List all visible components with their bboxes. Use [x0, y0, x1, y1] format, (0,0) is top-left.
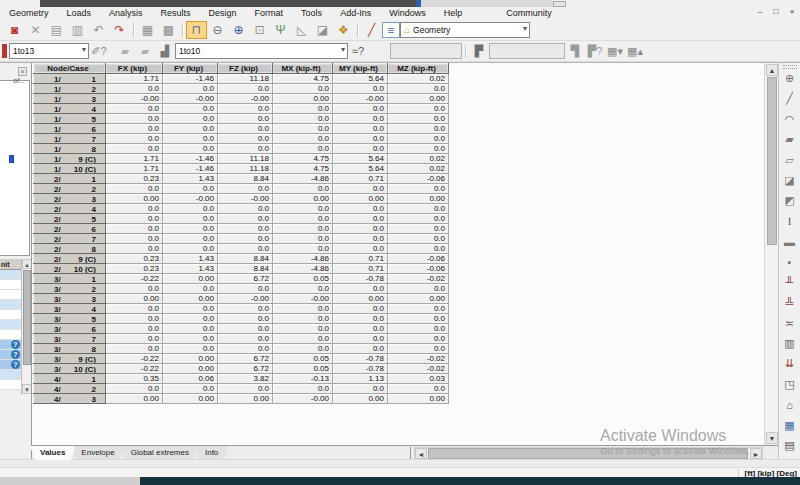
- table-cell[interactable]: 0.0: [218, 224, 273, 234]
- table-cell[interactable]: 0.0: [273, 214, 333, 224]
- table-cell[interactable]: -0.06: [388, 254, 449, 264]
- table-cell[interactable]: 0.0: [388, 224, 449, 234]
- delete-icon[interactable]: ✕: [25, 21, 46, 39]
- table-cell[interactable]: 0.00: [333, 294, 388, 304]
- row-header[interactable]: 3/4: [34, 304, 106, 314]
- row-header[interactable]: 1/5: [34, 114, 106, 124]
- table-cell[interactable]: 0.00: [163, 294, 218, 304]
- table-cell[interactable]: 11.18: [218, 164, 273, 174]
- table-cell[interactable]: 0.0: [333, 244, 388, 254]
- table-cell[interactable]: 0.03: [388, 374, 449, 384]
- arc-bar-icon[interactable]: ◠: [781, 112, 799, 127]
- unit-list-row[interactable]: [0, 300, 21, 310]
- row-header[interactable]: 1/1: [34, 74, 106, 84]
- table-cell[interactable]: 0.0: [218, 244, 273, 254]
- table-cell[interactable]: -0.00: [218, 294, 273, 304]
- column-header[interactable]: MY (kip-ft): [333, 64, 388, 74]
- table-cell[interactable]: 0.71: [333, 254, 388, 264]
- table-cell[interactable]: -0.02: [388, 274, 449, 284]
- table-cell[interactable]: 0.05: [273, 274, 333, 284]
- case-selection-combo[interactable]: 1to10▾: [175, 43, 348, 59]
- table-cell[interactable]: 0.0: [273, 184, 333, 194]
- table-cell[interactable]: 0.0: [106, 114, 163, 124]
- table-cell[interactable]: 0.0: [388, 344, 449, 354]
- table-cell[interactable]: 0.0: [106, 104, 163, 114]
- structure-select-icon[interactable]: ▰: [115, 42, 135, 60]
- node-icon[interactable]: ⊕: [781, 71, 799, 86]
- menu-item-community[interactable]: Community: [497, 7, 561, 19]
- row-header[interactable]: 4/1: [34, 374, 106, 384]
- panel-select-icon[interactable]: ▰: [135, 42, 155, 60]
- table-cell[interactable]: 0.0: [163, 124, 218, 134]
- structure-help-icon[interactable]: ▛?: [585, 42, 605, 60]
- table-cell[interactable]: 5.64: [333, 154, 388, 164]
- table-cell[interactable]: 0.0: [333, 134, 388, 144]
- table-cell[interactable]: 0.02: [388, 74, 449, 84]
- row-header[interactable]: 1/6: [34, 124, 106, 134]
- table-cell[interactable]: 0.23: [106, 264, 163, 274]
- table-cell[interactable]: 6.72: [218, 274, 273, 284]
- node-selection-combo[interactable]: 1to13▾: [9, 43, 89, 59]
- scroll-down-icon[interactable]: ▼: [766, 432, 778, 444]
- table-cell[interactable]: 0.00: [106, 394, 163, 404]
- redo-icon[interactable]: ↷: [109, 21, 130, 39]
- volume-icon[interactable]: ◳: [781, 377, 799, 392]
- table-cell[interactable]: 0.0: [106, 344, 163, 354]
- table-cell[interactable]: 0.0: [273, 204, 333, 214]
- table-cell[interactable]: 0.0: [273, 304, 333, 314]
- table-cell[interactable]: 0.0: [388, 144, 449, 154]
- table-cell[interactable]: -0.78: [333, 364, 388, 374]
- table-cell[interactable]: 0.0: [388, 304, 449, 314]
- unit-list-row[interactable]: [0, 280, 21, 290]
- chevron-down-icon[interactable]: ▾: [341, 45, 345, 54]
- table-cell[interactable]: 0.00: [273, 94, 333, 104]
- row-header[interactable]: 3/7: [34, 334, 106, 344]
- view-manager-icon[interactable]: ≡: [382, 22, 400, 38]
- table-cell[interactable]: 0.0: [333, 114, 388, 124]
- table-cell[interactable]: -0.78: [333, 354, 388, 364]
- scroll-right-icon[interactable]: ►: [750, 448, 762, 459]
- zoom-out-icon[interactable]: ⊖: [207, 21, 228, 39]
- table-cell[interactable]: 0.0: [273, 334, 333, 344]
- table-cell[interactable]: 0.00: [163, 394, 218, 404]
- vertical-scroll-thumb[interactable]: [767, 77, 777, 245]
- row-header[interactable]: 2/6: [34, 224, 106, 234]
- table-cell[interactable]: 0.00: [388, 94, 449, 104]
- panel-scroll-down-icon[interactable]: ▼: [22, 384, 32, 394]
- slab-icon[interactable]: ▪: [781, 255, 799, 270]
- axis-grid-icon[interactable]: ▥: [781, 336, 799, 351]
- table-cell[interactable]: 0.0: [273, 104, 333, 114]
- unit-list-row[interactable]: [0, 380, 21, 390]
- table-cell[interactable]: 1.71: [106, 154, 163, 164]
- table-cell[interactable]: -0.22: [106, 354, 163, 364]
- table-cell[interactable]: 0.0: [273, 344, 333, 354]
- row-header[interactable]: 2/1: [34, 174, 106, 184]
- table-cell[interactable]: 0.0: [388, 244, 449, 254]
- table-cell[interactable]: 0.0: [163, 184, 218, 194]
- table-cell[interactable]: 5.64: [333, 164, 388, 174]
- menu-item-results[interactable]: Results: [152, 7, 200, 19]
- table-cell[interactable]: -0.00: [163, 94, 218, 104]
- row-header[interactable]: 3/10 (C): [34, 364, 106, 374]
- table-cell[interactable]: -0.00: [218, 94, 273, 104]
- wall-icon[interactable]: ▱: [781, 153, 799, 168]
- table-cell[interactable]: 0.0: [163, 144, 218, 154]
- table-cell[interactable]: 0.0: [273, 134, 333, 144]
- vertical-scrollbar[interactable]: ▲ ▼: [764, 63, 778, 445]
- table-cell[interactable]: 0.0: [106, 324, 163, 334]
- table-cell[interactable]: 0.06: [163, 374, 218, 384]
- structure-model-2-icon[interactable]: ▜: [565, 42, 585, 60]
- row-header[interactable]: 2/10 (C): [34, 264, 106, 274]
- table-cell[interactable]: 0.0: [273, 124, 333, 134]
- select-question-icon[interactable]: ✐?: [89, 42, 109, 60]
- structure-model-icon[interactable]: ▛: [469, 42, 489, 60]
- menu-item-add-ins[interactable]: Add-Ins: [331, 7, 380, 19]
- table-cell[interactable]: 0.0: [218, 204, 273, 214]
- table-cell[interactable]: -0.00: [333, 94, 388, 104]
- restore-button[interactable]: □: [771, 7, 781, 16]
- bar-icon[interactable]: ╱: [781, 91, 799, 106]
- case-list-icon[interactable]: ▟: [155, 42, 175, 60]
- table-cell[interactable]: 0.0: [333, 304, 388, 314]
- table-cell[interactable]: -0.06: [388, 264, 449, 274]
- horizontal-scroll-thumb[interactable]: [428, 448, 748, 459]
